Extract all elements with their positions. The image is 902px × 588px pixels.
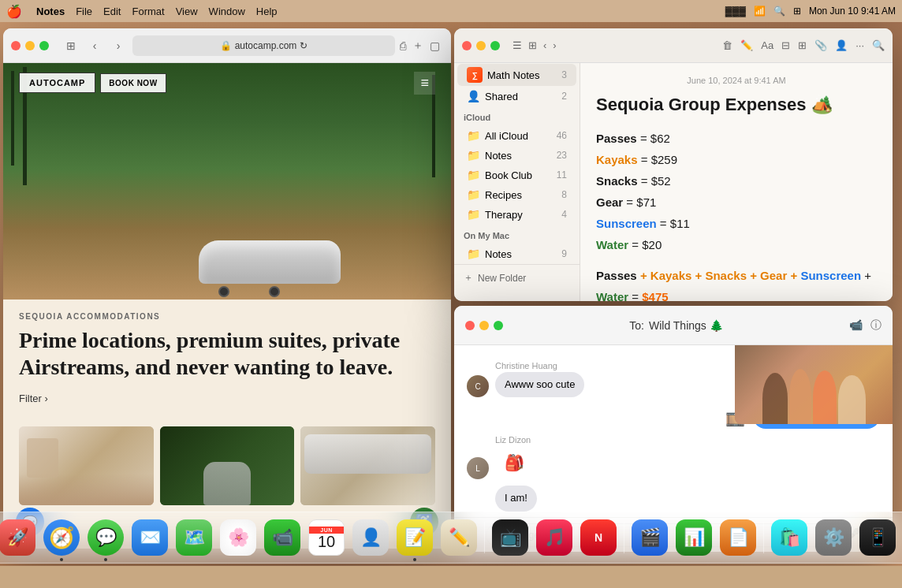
to-label: To: — [629, 319, 644, 332]
book-club-folder[interactable]: 📁 Book Club 11 — [457, 166, 576, 184]
messages-minimize-button[interactable] — [479, 321, 489, 330]
fullscreen-button[interactable] — [39, 41, 49, 50]
calendar-icon: JUN 10 — [308, 519, 345, 556]
menu-app-name[interactable]: Notes — [36, 6, 65, 17]
dock-item-contacts[interactable]: 👤 — [350, 517, 391, 558]
new-tab-icon[interactable]: ＋ — [412, 39, 423, 53]
book-now-button[interactable]: BOOK NOW — [100, 73, 166, 93]
notes-delete-icon[interactable]: 🗑 — [722, 39, 732, 51]
all-icloud-folder[interactable]: 📁 All iCloud 46 — [457, 126, 576, 145]
notes-search-icon[interactable]: 🔍 — [872, 39, 885, 51]
close-button[interactable] — [11, 41, 20, 50]
card-outdoor-image — [300, 426, 435, 505]
note-formula: Passes + Kayaks + Snacks + Gear + Sunscr… — [596, 265, 877, 301]
dock-item-keynote[interactable]: 🎬 — [629, 517, 670, 558]
notes-indent-icon[interactable]: ⊟ — [781, 39, 790, 51]
forward-button[interactable]: › — [109, 36, 128, 55]
apple-menu[interactable]: 🍎 — [6, 4, 22, 19]
notes-attachment-icon[interactable]: 📎 — [814, 39, 827, 51]
hamburger-button[interactable]: ≡ — [414, 72, 435, 95]
dock-item-music[interactable]: 🎵 — [534, 517, 575, 558]
dock-item-photos[interactable]: 🌸 — [218, 517, 259, 558]
autocamp-logo: AUTOCAMP — [19, 73, 95, 93]
reload-icon[interactable]: ↻ — [300, 40, 308, 51]
math-notes-folder[interactable]: ∑ Math Notes 3 — [457, 64, 576, 86]
facetime-video-icon[interactable]: 📹 — [849, 318, 863, 333]
notes-close-button[interactable] — [462, 41, 472, 50]
messages-info-icon[interactable]: ⓘ — [870, 318, 882, 333]
notes-fullscreen-button[interactable] — [490, 41, 500, 50]
dock-item-tv[interactable]: 📺 — [490, 517, 531, 558]
notes-table-icon[interactable]: ⊞ — [798, 39, 807, 51]
math-notes-icon: ∑ — [467, 67, 483, 83]
news-icon: N — [580, 519, 617, 556]
notes-compose-icon[interactable]: ✏️ — [740, 39, 753, 51]
notes-back-icon[interactable]: ‹ — [543, 39, 546, 51]
hero-image: AUTOCAMP BOOK NOW ≡ — [3, 63, 451, 300]
notes-format-icon[interactable]: Aa — [761, 39, 773, 51]
liz-emoji-bubble: 🎒 — [495, 446, 534, 479]
dock-item-messages[interactable]: 💬 — [85, 517, 126, 558]
control-center-icon[interactable]: ⊞ — [793, 6, 801, 17]
notes-mac-count: 9 — [561, 248, 567, 259]
new-folder-button[interactable]: ＋ New Folder — [454, 264, 580, 291]
math-notes-label: Math Notes — [487, 69, 539, 81]
dock-item-facetime[interactable]: 📹 — [262, 517, 303, 558]
accommodation-card-3[interactable] — [300, 426, 435, 505]
messages-actions: 📹 ⓘ — [849, 318, 882, 333]
tab-overview-icon[interactable]: ▢ — [430, 39, 440, 52]
messages-close-button[interactable] — [465, 321, 475, 330]
notes-list-view-icon[interactable]: ☰ — [512, 39, 522, 51]
dock-item-sysprefs[interactable]: ⚙️ — [813, 517, 854, 558]
menu-format[interactable]: Format — [132, 6, 164, 17]
menu-help[interactable]: Help — [256, 6, 278, 17]
notes-account-icon[interactable]: 👤 — [835, 39, 848, 51]
dock-item-freeform[interactable]: ✏️ — [438, 517, 479, 558]
notes-mac-folder[interactable]: 📁 Notes 9 — [457, 244, 576, 263]
notes-forward-icon[interactable]: › — [553, 39, 556, 51]
dock-item-numbers[interactable]: 📊 — [673, 517, 714, 558]
minimize-button[interactable] — [25, 41, 35, 50]
filter-button[interactable]: Filter › — [19, 393, 435, 404]
dock-item-mail[interactable]: ✉️ — [129, 517, 170, 558]
dock-item-calendar[interactable]: JUN 10 — [306, 517, 347, 558]
browser-window: ⊞ ‹ › 🔒 autocamp.com ↻ ⎙ ＋ ▢ — [3, 28, 451, 549]
messages-recipient: To: Wild Things 🌲 — [503, 319, 849, 332]
menu-window[interactable]: Window — [209, 6, 245, 17]
liz-sender-name: Liz Dizon — [495, 435, 534, 445]
accommodation-card-1[interactable] — [19, 426, 154, 505]
search-icon[interactable]: 🔍 — [773, 6, 785, 17]
dock-item-notes[interactable]: 📝 — [394, 517, 435, 558]
folder-icon: 📁 — [467, 169, 480, 181]
messages-titlebar: To: Wild Things 🌲 📹 ⓘ — [454, 306, 893, 345]
therapy-folder[interactable]: 📁 Therapy 4 — [457, 205, 576, 224]
back-button[interactable]: ‹ — [85, 36, 104, 55]
accommodation-card-2[interactable] — [160, 426, 295, 505]
dock-item-news[interactable]: N — [578, 517, 619, 558]
share-icon[interactable]: ⎙ — [400, 39, 406, 52]
address-bar[interactable]: 🔒 autocamp.com ↻ — [132, 35, 395, 56]
messages-fullscreen-button[interactable] — [494, 321, 503, 330]
dock-item-safari[interactable]: 🧭 — [41, 517, 82, 558]
dock-item-pages[interactable]: 📄 — [718, 517, 758, 558]
battery-icon: ▓▓▓ — [725, 6, 746, 17]
menu-file[interactable]: File — [76, 6, 92, 17]
notes-more-icon[interactable]: ··· — [855, 39, 864, 51]
recipes-folder[interactable]: 📁 Recipes 8 — [457, 185, 576, 204]
menu-edit[interactable]: Edit — [103, 6, 121, 17]
notes-icloud-folder[interactable]: 📁 Notes 23 — [457, 146, 576, 165]
dock-item-maps[interactable]: 🗺️ — [173, 517, 214, 558]
menu-view[interactable]: View — [176, 6, 198, 17]
messages-body: C Christine Huang Awww soo cute Is anyon… — [454, 345, 893, 517]
notes-gallery-view-icon[interactable]: ⊞ — [528, 39, 537, 51]
sidebar-toggle-button[interactable]: ⊞ — [62, 36, 80, 55]
notes-minimize-button[interactable] — [476, 41, 486, 50]
accommodation-grid — [3, 426, 451, 505]
dock-item-appstore[interactable]: 🛍️ — [769, 517, 810, 558]
keynote-icon: 🎬 — [632, 519, 668, 556]
browser-titlebar: ⊞ ‹ › 🔒 autocamp.com ↻ ⎙ ＋ ▢ — [3, 28, 451, 63]
shared-folder[interactable]: 👤 Shared 2 — [457, 87, 576, 106]
card-interior-image — [19, 426, 154, 505]
dock-item-launchpad[interactable]: 🚀 — [0, 517, 38, 558]
dock-item-iphone[interactable]: 📱 — [857, 517, 898, 558]
